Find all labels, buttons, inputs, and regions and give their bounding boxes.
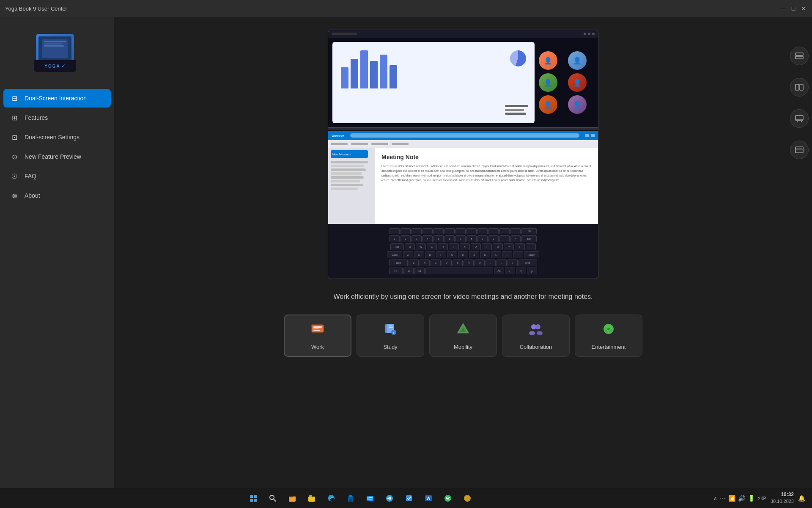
svg-rect-45 (369, 496, 373, 501)
taskbar-sys-icons: ∧ ⋯ 📶 🔊 🔋 УКР (713, 495, 766, 502)
scenario-tab-collaboration[interactable]: Collaboration (502, 315, 570, 357)
logo-image: YOGA ✓ (34, 34, 80, 72)
svg-text:W: W (426, 496, 431, 501)
language-indicator[interactable]: УКР (757, 496, 766, 501)
svg-point-56 (466, 497, 468, 499)
features-icon: ⊞ (10, 113, 19, 122)
screen-mode-icon-1[interactable] (790, 47, 809, 65)
meeting-note-text: Lorem ipsum dolor sit amet, consectetur … (381, 164, 591, 182)
study-label: Study (383, 344, 397, 350)
titlebar: Yoga Book 9 User Center — □ ✕ (0, 0, 812, 17)
scenario-tab-work[interactable]: Work (284, 315, 351, 357)
svg-point-15 (535, 324, 540, 329)
titlebar-title: Yoga Book 9 User Center (5, 6, 780, 12)
svg-rect-43 (349, 499, 352, 502)
device-mockup: 👤 👤 👤 👤 👤 👤 (328, 30, 598, 279)
svg-rect-31 (796, 148, 802, 149)
titlebar-controls: — □ ✕ (780, 5, 807, 12)
svg-text:i: i (393, 331, 394, 335)
svg-rect-8 (389, 327, 393, 328)
sidebar-item-new-feature[interactable]: ⊙ New Feature Preview (3, 147, 111, 166)
svg-rect-23 (796, 84, 799, 90)
app9-button[interactable] (459, 490, 476, 507)
faq-icon: ☉ (10, 172, 19, 180)
chevron-up-icon[interactable]: ∧ (713, 495, 717, 501)
sidebar-item-faq[interactable]: ☉ FAQ (3, 167, 111, 185)
sidebar-item-label: About (25, 192, 40, 199)
svg-rect-21 (796, 53, 803, 55)
taskbar-left: W (7, 490, 713, 507)
svg-rect-24 (800, 84, 803, 90)
sidebar-item-dual-settings[interactable]: ⊡ Dual-screen Settings (3, 128, 111, 146)
entertainment-label: Entertainment (592, 344, 626, 350)
explorer-button[interactable] (303, 490, 320, 507)
sidebar-item-features[interactable]: ⊞ Features (3, 108, 111, 127)
outlook-button[interactable] (362, 490, 379, 507)
screen-mode-icon-3[interactable] (790, 109, 809, 128)
sidebar-nav: ⊟ Dual-Screen Interaction ⊞ Features ⊡ D… (0, 89, 114, 205)
sidebar-item-label: Dual-screen Settings (25, 134, 80, 141)
taskbar-time[interactable]: 10:32 30.10.2023 (771, 491, 794, 505)
main-content: 👤 👤 👤 👤 👤 👤 (114, 17, 812, 488)
sidebar-item-label: Dual-Screen Interaction (25, 95, 87, 102)
work-icon (310, 321, 325, 340)
clock-date: 30.10.2023 (771, 498, 794, 505)
scenario-tab-mobility[interactable]: Mobility (429, 315, 497, 357)
start-button[interactable] (245, 490, 262, 507)
wifi-icon: 📶 (728, 495, 735, 502)
sidebar-item-dual-screen[interactable]: ⊟ Dual-Screen Interaction (3, 89, 111, 108)
about-icon: ⊛ (10, 191, 19, 200)
svg-rect-33 (254, 495, 257, 498)
minimize-button[interactable]: — (780, 5, 787, 12)
study-icon: i (383, 321, 398, 340)
mobility-label: Mobility (454, 344, 472, 350)
svg-rect-39 (308, 497, 315, 502)
tasks-button[interactable] (401, 490, 417, 507)
svg-rect-40 (309, 495, 312, 497)
telegram-button[interactable] (381, 490, 398, 507)
sidebar-item-about[interactable]: ⊛ About (3, 186, 111, 205)
sidebar-item-label: New Feature Preview (25, 153, 81, 160)
svg-rect-22 (796, 56, 803, 59)
scenario-tab-study[interactable]: i Study (357, 315, 424, 357)
svg-rect-35 (254, 499, 257, 502)
battery-icon: 🔋 (748, 495, 755, 502)
word-button[interactable]: W (420, 490, 437, 507)
files-button[interactable] (284, 490, 301, 507)
svg-line-37 (274, 499, 276, 501)
close-button[interactable]: ✕ (800, 5, 807, 12)
scenario-tabs: Work i Study (284, 315, 642, 357)
screen-mode-icon-2[interactable] (790, 78, 809, 97)
store-button[interactable] (342, 490, 359, 507)
search-button[interactable] (264, 490, 281, 507)
svg-point-46 (367, 497, 369, 500)
entertainment-icon (601, 321, 616, 340)
svg-rect-47 (369, 497, 373, 498)
svg-point-20 (607, 328, 610, 330)
svg-point-16 (529, 331, 535, 335)
mobility-icon (455, 321, 471, 340)
svg-rect-4 (311, 325, 324, 326)
svg-rect-7 (389, 326, 392, 326)
svg-rect-1 (313, 326, 322, 328)
notification-icon[interactable]: 🔔 (798, 495, 805, 502)
meeting-note-title: Meeting Note (381, 154, 591, 160)
edge-button[interactable] (323, 490, 340, 507)
svg-rect-34 (250, 499, 253, 502)
new-feature-icon: ⊙ (10, 152, 19, 161)
dual-screen-icon: ⊟ (10, 94, 19, 102)
screen-mode-icon-4[interactable] (790, 141, 809, 159)
dual-settings-icon: ⊡ (10, 133, 19, 141)
svg-point-17 (537, 331, 543, 335)
spotify-button[interactable] (439, 490, 456, 507)
right-side-panel (787, 34, 812, 467)
taskbar-right: ∧ ⋯ 📶 🔊 🔋 УКР 10:32 30.10.2023 🔔 (713, 491, 805, 505)
scenario-tab-entertainment[interactable]: Entertainment (575, 315, 642, 357)
work-label: Work (311, 344, 324, 350)
svg-rect-32 (250, 495, 253, 498)
maximize-button[interactable]: □ (790, 5, 797, 12)
sidebar-logo: YOGA ✓ (0, 25, 114, 80)
svg-rect-2 (313, 329, 319, 329)
svg-rect-3 (313, 330, 320, 331)
sidebar-item-label: Features (25, 114, 48, 121)
